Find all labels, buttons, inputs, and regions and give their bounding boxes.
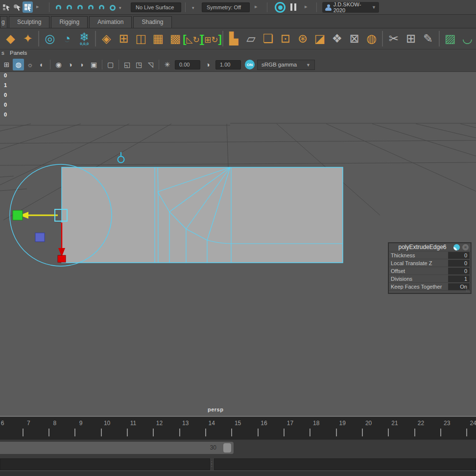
pane-maximize-icon[interactable]: ◹ <box>145 59 156 70</box>
default-light-icon[interactable]: ◉ <box>53 59 64 70</box>
frame-tick[interactable] <box>466 429 467 436</box>
symmetry-field[interactable]: Symmetry: Off <box>202 2 250 12</box>
stack-diamonds-icon[interactable]: ❖ <box>329 29 346 48</box>
plane-handle-blue-square[interactable] <box>35 233 45 242</box>
mirror-geometry-icon[interactable]: ◫ <box>132 29 149 48</box>
select-object-button[interactable] <box>12 1 22 13</box>
bend-surface-icon[interactable]: ◡ <box>459 29 476 48</box>
contrast-icon[interactable]: ◑ <box>202 59 214 70</box>
lattice-box-icon[interactable]: ⊠ <box>346 29 363 48</box>
snap-grid-button[interactable] <box>54 3 63 12</box>
frame-tick[interactable] <box>74 429 75 436</box>
attribute-value-field[interactable]: 1 <box>448 275 470 282</box>
combine-layers-icon[interactable]: ◈ <box>98 29 115 48</box>
shadows-icon[interactable]: ◑ <box>65 59 76 70</box>
attribute-value-field[interactable]: 0 <box>448 260 470 267</box>
grid-sparse-icon[interactable]: ▩ <box>167 29 184 48</box>
pause-button[interactable] <box>290 3 296 11</box>
tab-partial[interactable]: g <box>0 16 7 28</box>
frame-tick[interactable] <box>101 429 102 436</box>
frame-tick[interactable] <box>336 429 337 436</box>
poly-sphere-icon[interactable]: ◆ <box>2 29 19 48</box>
exposure-icon[interactable]: ✳ <box>162 59 173 70</box>
frame-tick[interactable] <box>284 429 285 436</box>
connect-half-icon[interactable]: ◪ <box>311 29 329 48</box>
uv-checker-icon[interactable]: ▨ <box>442 29 459 48</box>
collapse-chevron-icon[interactable]: ▸ <box>255 3 258 10</box>
motion-blur-icon[interactable]: ▣ <box>88 59 99 70</box>
extrude-icon[interactable]: ▙ <box>225 29 242 48</box>
screen-ao-icon[interactable]: ◗ <box>76 59 88 70</box>
select-component-button[interactable] <box>23 1 33 13</box>
multi-cut-icon[interactable]: ✂ <box>385 29 402 48</box>
command-line-input[interactable] <box>0 458 210 470</box>
gamma-field[interactable]: 1.00 <box>215 60 241 69</box>
frame-tick[interactable] <box>414 429 415 436</box>
smooth-sphere-icon[interactable]: ◍ <box>363 29 380 48</box>
bevel-cube-icon[interactable]: ❏ <box>260 29 277 48</box>
tab-animation[interactable]: Animation <box>89 16 132 28</box>
frame-tick[interactable] <box>48 429 49 436</box>
range-slider-track[interactable]: 30 <box>0 439 476 456</box>
y-handle-red-square[interactable] <box>58 255 66 262</box>
in-view-editor-header[interactable]: polyExtrudeEdge6 ≡ <box>389 243 471 251</box>
command-result-field[interactable] <box>214 458 476 470</box>
in-view-editor-panel[interactable]: polyExtrudeEdge6 ≡ Thickness0Local Trans… <box>388 243 471 294</box>
frame-tick[interactable] <box>205 429 206 436</box>
make-live-button[interactable] <box>108 3 117 12</box>
frame-tick[interactable] <box>127 429 128 436</box>
joint-tool-icon[interactable]: ◎ <box>41 29 58 48</box>
live-surface-field[interactable]: No Live Surface <box>131 2 181 12</box>
edge-loop-tool-icon[interactable]: ⊞ <box>402 29 419 48</box>
frame-tick[interactable] <box>388 429 389 436</box>
set-key-clock-icon[interactable]: ◔ <box>58 29 75 48</box>
flatten-icon[interactable]: ▱ <box>242 29 260 48</box>
textured-sphere-icon[interactable]: ◐ <box>36 59 48 70</box>
freeze-transform-icon[interactable]: ❄0,0,0 <box>76 29 93 48</box>
merge-vertices-icon[interactable]: ⊡ <box>277 29 294 48</box>
exposure-field[interactable]: 0.00 <box>175 60 200 69</box>
tab-sculpting[interactable]: Sculpting <box>9 16 49 28</box>
frame-tick[interactable] <box>440 429 441 436</box>
grid-dense-icon[interactable]: ▦ <box>149 29 167 48</box>
attribute-value-field[interactable]: 0 <box>448 268 470 274</box>
shaded-sphere-icon[interactable]: ◍ <box>13 59 24 70</box>
snap-view-plane-button[interactable] <box>97 3 106 12</box>
wireframe-cube-icon[interactable]: ⊞ <box>1 59 12 70</box>
select-hierarchy-button[interactable] <box>1 1 11 13</box>
bracket-rotate-a-icon[interactable]: [◺↻] <box>184 29 202 48</box>
duplicate-squares-icon[interactable]: ⊞ <box>115 29 132 48</box>
snap-projected-center-button[interactable] <box>86 3 95 12</box>
collapse-chevron-icon[interactable]: ▸ <box>36 3 39 10</box>
pane-layout-four-icon[interactable]: ◳ <box>133 59 144 70</box>
snap-curve-button[interactable] <box>65 3 74 12</box>
snap-point-button[interactable] <box>75 3 85 12</box>
color-management-on-button[interactable]: ON <box>245 60 255 69</box>
panels-menu[interactable]: Panels <box>10 50 27 56</box>
panel-menu-icon[interactable]: ≡ <box>462 244 469 250</box>
account-menu[interactable]: J.D.SKOW-2020 ▼ <box>322 2 379 13</box>
bracket-rotate-b-icon[interactable]: [⊞↻] <box>202 29 220 48</box>
selected-poly-mesh[interactable] <box>62 167 343 263</box>
frame-tick[interactable] <box>153 429 154 436</box>
frame-tick[interactable] <box>231 429 232 436</box>
tab-rigging[interactable]: Rigging <box>51 16 88 28</box>
star-primitive-icon[interactable]: ✦ <box>19 29 36 48</box>
resize-grip-icon[interactable]: ∷ <box>466 288 469 293</box>
view-transform-dropdown[interactable]: sRGB gamma ▼ <box>257 60 315 70</box>
live-surface-dropdown-arrow-icon[interactable]: ▾ <box>192 5 194 10</box>
snap-dropdown-arrow-icon[interactable]: ▾ <box>119 5 121 10</box>
screen-record-button[interactable] <box>275 2 286 13</box>
perspective-viewport[interactable]: 01000 persp polyExtrudeEdge6 ≡ Thickness… <box>0 72 476 416</box>
lighting-bulb-icon[interactable]: ☼ <box>24 59 36 70</box>
frame-tick[interactable] <box>258 429 259 436</box>
x-handle-green-square[interactable] <box>13 210 23 220</box>
tab-shading[interactable]: Shading <box>133 16 171 28</box>
panel-menu-partial[interactable]: s <box>1 50 4 56</box>
attribute-value-field[interactable]: 0 <box>448 252 470 259</box>
wedge-wheel-icon[interactable]: ⊛ <box>294 29 311 48</box>
time-slider[interactable]: 6789101112131415161718192021222324 <box>0 416 476 439</box>
command-line-divider[interactable]: :: <box>211 461 213 467</box>
node-sphere-icon[interactable] <box>453 244 460 250</box>
isolate-select-icon[interactable]: ▢ <box>105 59 116 70</box>
